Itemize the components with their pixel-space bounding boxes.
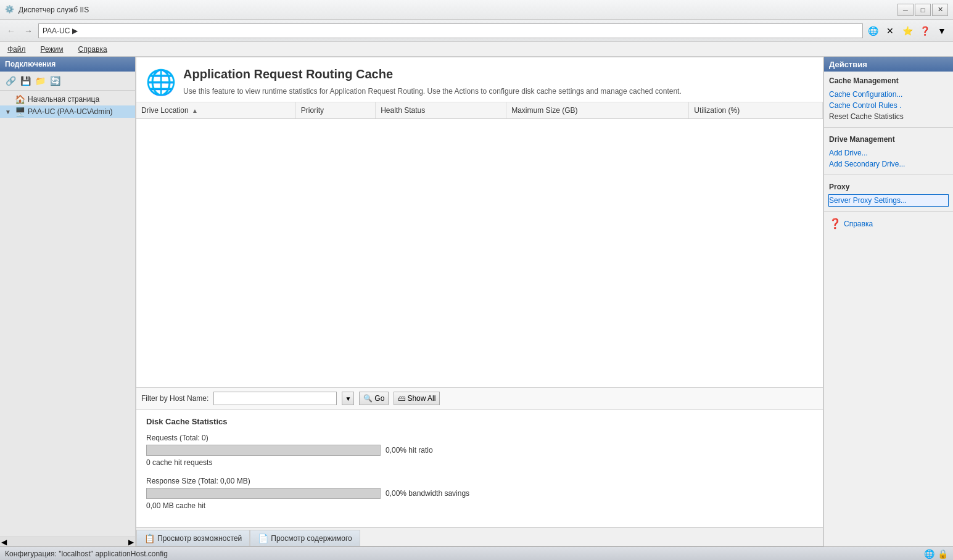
action-help[interactable]: Справка — [844, 218, 873, 229]
filter-dropdown-button[interactable]: ▼ — [342, 392, 354, 405]
filter-input[interactable] — [213, 392, 337, 405]
stat-requests-value: 0,00% hit ratio — [386, 446, 433, 455]
help-row: ❓ Справка — [824, 214, 953, 233]
col-utilization[interactable]: Utilization (%) — [689, 102, 823, 119]
filter-label: Filter by Host Name: — [141, 394, 208, 403]
address-path: PAA-UC ▶ — [43, 27, 78, 35]
address-bar: ← → PAA-UC ▶ 🌐 ✕ ⭐ ❓ ▼ — [0, 20, 953, 42]
tab-content-view[interactable]: 📄 Просмотр содержимого — [250, 530, 360, 546]
sidebar-header: Подключения — [0, 57, 135, 72]
page-header: 🌐 Application Request Routing Cache Use … — [136, 57, 823, 102]
minimize-button[interactable]: ─ — [897, 4, 914, 16]
status-lock-icon: 🔒 — [937, 548, 948, 559]
refresh-icon[interactable]: 🌐 — [865, 23, 880, 38]
action-cache-control-rules[interactable]: Cache Control Rules . — [829, 100, 948, 111]
scroll-right[interactable]: ▶ — [128, 538, 134, 546]
sidebar-item-server[interactable]: ▼ 🖥️ PAA-UC (PAA-UC\Admin) — [0, 105, 135, 118]
menu-mode[interactable]: Режим — [38, 44, 66, 55]
status-bar: Конфигурация: "localhost" applicationHos… — [0, 546, 953, 560]
features-view-label: Просмотр возможностей — [157, 534, 242, 543]
filter-go-button[interactable]: 🔍 Go — [359, 392, 389, 405]
action-server-proxy-settings[interactable]: Server Proxy Settings... — [829, 195, 948, 206]
help-icon[interactable]: ❓ — [917, 23, 932, 38]
content-panel: 🌐 Application Request Routing Cache Use … — [136, 57, 953, 546]
drive-management-title: Drive Management — [829, 135, 948, 144]
stat-requests-bar — [146, 445, 381, 456]
actions-section-cache: Cache Management Cache Configuration... … — [824, 72, 953, 125]
go-icon: 🔍 — [363, 394, 373, 403]
forward-button[interactable]: → — [21, 23, 36, 38]
sidebar-folder-button[interactable]: 📁 — [33, 74, 47, 88]
sidebar-toolbar: 🔗 💾 📁 🔄 — [0, 72, 135, 91]
close-button[interactable]: ✕ — [932, 4, 948, 16]
stat-requests-bar-row: 0,00% hit ratio — [146, 445, 813, 456]
stat-response-bar — [146, 488, 381, 499]
content-view-label: Просмотр содержимого — [271, 534, 352, 543]
sidebar-item-label: Начальная страница — [28, 95, 99, 104]
col-drive-location[interactable]: Drive Location ▲ — [136, 102, 295, 119]
sidebar-scrollbar[interactable]: ◀ ▶ — [0, 537, 135, 546]
features-view-icon: 📋 — [144, 533, 155, 543]
action-reset-cache-statistics: Reset Cache Statistics — [829, 111, 948, 122]
back-button[interactable]: ← — [4, 23, 19, 38]
sort-arrow-drive: ▲ — [192, 107, 198, 114]
sidebar-save-button[interactable]: 💾 — [19, 74, 32, 88]
actions-section-drive: Drive Management Add Drive... Add Second… — [824, 130, 953, 172]
actions-section-proxy: Proxy Server Proxy Settings... — [824, 178, 953, 208]
cache-management-title: Cache Management — [829, 76, 948, 85]
col-health-status[interactable]: Health Status — [376, 102, 506, 119]
home-icon: 🏠 — [15, 94, 25, 104]
stop-icon[interactable]: ✕ — [883, 23, 897, 38]
divider-2 — [824, 175, 953, 175]
title-bar: ⚙️ Диспетчер служб IIS ─ □ ✕ — [0, 0, 953, 20]
stats-section: Disk Cache Statistics Requests (Total: 0… — [136, 410, 823, 527]
show-all-label: Show All — [407, 394, 435, 403]
divider-3 — [824, 211, 953, 212]
menu-help[interactable]: Справка — [76, 44, 110, 55]
status-text: Конфигурация: "localhost" applicationHos… — [5, 550, 168, 558]
divider-1 — [824, 127, 953, 128]
stat-response-label: Response Size (Total: 0,00 MB) — [146, 477, 813, 485]
stat-requests-sub: 0 cache hit requests — [146, 458, 813, 467]
tab-features-view[interactable]: 📋 Просмотр возможностей — [136, 530, 250, 546]
title-bar-left: ⚙️ Диспетчер служб IIS — [5, 5, 89, 15]
status-icons: 🌐 🔒 — [923, 548, 948, 559]
main-area: Подключения 🔗 💾 📁 🔄 🏠 Начальная страница… — [0, 57, 953, 546]
go-label: Go — [374, 394, 384, 403]
action-cache-configuration[interactable]: Cache Configuration... — [829, 89, 948, 100]
col-max-size[interactable]: Maximum Size (GB) — [506, 102, 689, 119]
data-table: Drive Location ▲ Priority Health Status — [136, 102, 823, 242]
expand-icon-server[interactable]: ▼ — [5, 109, 12, 115]
sidebar-tree: 🏠 Начальная страница ▼ 🖥️ PAA-UC (PAA-UC… — [0, 91, 135, 537]
stat-response-row: Response Size (Total: 0,00 MB) 0,00% ban… — [146, 477, 813, 510]
page-header-text: Application Request Routing Cache Use th… — [183, 67, 813, 97]
scroll-left[interactable]: ◀ — [1, 538, 7, 546]
action-add-drive[interactable]: Add Drive... — [829, 147, 948, 159]
dropdown-icon[interactable]: ▼ — [934, 23, 949, 38]
maximize-button[interactable]: □ — [915, 4, 931, 16]
action-add-secondary-drive[interactable]: Add Secondary Drive... — [829, 159, 948, 170]
content-view-icon: 📄 — [258, 533, 268, 543]
filter-show-all-button[interactable]: 🗃 Show All — [394, 392, 440, 405]
address-icons: 🌐 ✕ ⭐ ❓ ▼ — [865, 23, 949, 38]
page-title: Application Request Routing Cache — [183, 67, 813, 81]
stat-requests-label: Requests (Total: 0) — [146, 434, 813, 442]
stat-response-value: 0,00% bandwidth savings — [386, 489, 469, 498]
table-container: Drive Location ▲ Priority Health Status — [136, 102, 823, 387]
window-title: Диспетчер служб IIS — [19, 6, 89, 14]
actions-panel: Действия Cache Management Cache Configur… — [823, 57, 953, 546]
app-icon: ⚙️ — [5, 5, 15, 15]
sidebar-connect-button[interactable]: 🔗 — [4, 74, 17, 88]
filter-bar: Filter by Host Name: ▼ 🔍 Go 🗃 Show All — [136, 387, 823, 410]
favorites-icon[interactable]: ⭐ — [900, 23, 915, 38]
menu-file[interactable]: Файл — [5, 44, 28, 55]
show-all-icon: 🗃 — [398, 394, 405, 403]
main-page: 🌐 Application Request Routing Cache Use … — [136, 57, 823, 546]
sidebar-refresh-button[interactable]: 🔄 — [48, 74, 62, 88]
bottom-tabs: 📋 Просмотр возможностей 📄 Просмотр содер… — [136, 527, 823, 546]
page-header-icon: 🌐 — [146, 67, 176, 97]
sidebar-item-home[interactable]: 🏠 Начальная страница — [0, 93, 135, 105]
col-priority[interactable]: Priority — [295, 102, 375, 119]
address-field: PAA-UC ▶ — [38, 23, 863, 38]
stats-title: Disk Cache Statistics — [146, 417, 813, 426]
